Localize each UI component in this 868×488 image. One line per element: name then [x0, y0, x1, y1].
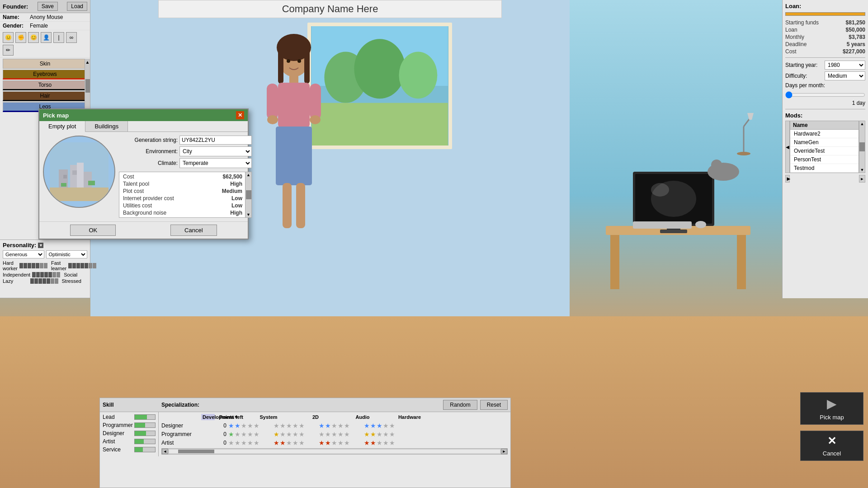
skin-bar[interactable]: Skin — [3, 59, 87, 69]
tab-empty-plot[interactable]: Empty plot — [39, 121, 85, 132]
star[interactable]: ★ — [331, 422, 337, 429]
star[interactable]: ★ — [377, 439, 382, 446]
icon-pencil[interactable]: ✏ — [3, 45, 14, 56]
star[interactable]: ★ — [325, 431, 331, 438]
star[interactable]: ★ — [370, 439, 376, 446]
star[interactable]: ★ — [235, 431, 241, 438]
star[interactable]: ★ — [292, 439, 298, 446]
star[interactable]: ★ — [319, 422, 325, 429]
star[interactable]: ★ — [338, 422, 344, 429]
star[interactable]: ★ — [235, 422, 241, 429]
save-button[interactable]: Save — [38, 2, 58, 11]
star[interactable]: ★ — [370, 431, 376, 438]
star[interactable]: ★ — [299, 431, 305, 438]
star[interactable]: ★ — [370, 422, 376, 429]
mod-hardware2[interactable]: Hardware2 — [790, 130, 859, 138]
star[interactable]: ★ — [247, 431, 253, 438]
mods-scroll-bottom-right[interactable]: ► — [859, 175, 865, 183]
star[interactable]: ★ — [286, 422, 292, 429]
star[interactable]: ★ — [338, 431, 344, 438]
star[interactable]: ★ — [241, 431, 247, 438]
star[interactable]: ★ — [383, 431, 389, 438]
star[interactable]: ★ — [299, 422, 305, 429]
icon-face2[interactable]: ✊ — [15, 32, 26, 43]
torso-bar[interactable]: Torso — [3, 80, 87, 90]
star[interactable]: ★ — [299, 439, 305, 446]
star[interactable]: ★ — [338, 439, 344, 446]
star[interactable]: ★ — [235, 439, 241, 446]
star[interactable]: ★ — [228, 439, 234, 446]
star[interactable]: ★ — [280, 431, 286, 438]
reset-button[interactable]: Reset — [480, 400, 508, 410]
icon-face1[interactable]: 😐 — [3, 32, 14, 43]
personality-select-2[interactable]: Optimistic Pessimistic Neutral — [46, 250, 88, 258]
difficulty-select[interactable]: EasyMediumHardImpossible — [825, 71, 865, 80]
star[interactable]: ★ — [292, 431, 298, 438]
mod-overridetest[interactable]: OverrideTest — [790, 147, 859, 155]
star[interactable]: ★ — [383, 439, 389, 446]
star[interactable]: ★ — [389, 431, 395, 438]
star[interactable]: ★ — [274, 422, 279, 429]
icon-face4[interactable]: 👤 — [41, 32, 52, 43]
climate-select[interactable]: Temperate Hot Cold Tropical — [179, 158, 252, 168]
star[interactable]: ★ — [364, 422, 370, 429]
mod-testmod[interactable]: Testmod — [790, 164, 859, 173]
star[interactable]: ★ — [383, 422, 389, 429]
days-per-month-slider[interactable] — [785, 91, 865, 99]
hair-bar[interactable]: Hair — [3, 91, 87, 101]
mods-scroll-right[interactable]: ► — [785, 175, 790, 183]
star[interactable]: ★ — [377, 431, 382, 438]
ok-button[interactable]: OK — [70, 225, 116, 236]
eyebrows-bar[interactable]: Eyebrows — [3, 70, 87, 80]
star[interactable]: ★ — [228, 422, 234, 429]
cancel-button[interactable]: Cancel — [170, 225, 217, 236]
mods-scroll-down[interactable]: ▼ — [860, 168, 864, 172]
star[interactable]: ★ — [292, 422, 298, 429]
star[interactable]: ★ — [364, 439, 370, 446]
load-button[interactable]: Load — [67, 2, 87, 11]
star[interactable]: ★ — [319, 439, 325, 446]
star[interactable]: ★ — [254, 422, 259, 429]
mods-scroll-up[interactable]: ▲ — [860, 122, 864, 126]
personality-dropdown-arrow[interactable]: ▼ — [38, 243, 43, 248]
scroll-up-arrow[interactable]: ▲ — [85, 60, 90, 65]
stats-scroll-thumb[interactable] — [246, 190, 251, 199]
icon-face3[interactable]: 😊 — [28, 32, 39, 43]
star[interactable]: ★ — [344, 422, 350, 429]
star[interactable]: ★ — [254, 439, 259, 446]
mods-scroll-thumb[interactable] — [859, 142, 865, 151]
star[interactable]: ★ — [280, 439, 286, 446]
environment-select[interactable]: City Suburbs Rural — [179, 146, 252, 156]
tab-buildings[interactable]: Buildings — [85, 121, 128, 131]
starting-year-select[interactable]: 198019851990 — [825, 61, 865, 70]
star[interactable]: ★ — [331, 431, 337, 438]
cancel-main-button[interactable]: ✕ Cancel — [800, 431, 863, 461]
personality-select-1[interactable]: Generous Mean Neutral — [3, 250, 44, 258]
star[interactable]: ★ — [274, 439, 279, 446]
mod-namegen[interactable]: NameGen — [790, 138, 859, 147]
generation-string-input[interactable] — [179, 136, 252, 145]
mods-scroll-left[interactable]: ◄ — [785, 121, 790, 173]
spec-scroll-left[interactable]: ◄ — [162, 449, 168, 454]
star[interactable]: ★ — [364, 431, 370, 438]
star[interactable]: ★ — [254, 431, 259, 438]
star[interactable]: ★ — [389, 439, 395, 446]
star[interactable]: ★ — [228, 431, 234, 438]
star[interactable]: ★ — [389, 422, 395, 429]
star[interactable]: ★ — [344, 431, 350, 438]
random-button[interactable]: Random — [443, 400, 477, 410]
star[interactable]: ★ — [241, 422, 247, 429]
dialog-close-button[interactable]: ✕ — [236, 111, 244, 119]
star[interactable]: ★ — [344, 439, 350, 446]
star[interactable]: ★ — [280, 422, 286, 429]
pick-map-button[interactable]: ▶ Pick map — [800, 392, 863, 425]
stats-scroll-down[interactable]: ▼ — [246, 212, 250, 217]
star[interactable]: ★ — [286, 439, 292, 446]
mod-persontest[interactable]: PersonTest — [790, 155, 859, 164]
spec-header-dev[interactable]: Development▼ — [201, 414, 215, 420]
star[interactable]: ★ — [241, 439, 247, 446]
icon-body[interactable]: | — [53, 32, 64, 43]
star[interactable]: ★ — [274, 431, 279, 438]
icon-infinity[interactable]: ∞ — [66, 32, 77, 43]
star[interactable]: ★ — [319, 431, 325, 438]
